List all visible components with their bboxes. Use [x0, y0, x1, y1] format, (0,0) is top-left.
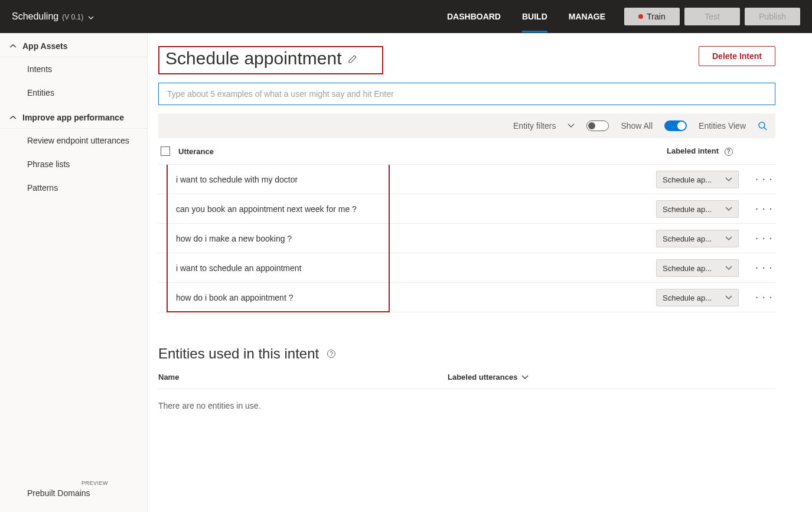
sidebar-item-patterns[interactable]: Patterns [0, 176, 147, 200]
edit-icon[interactable] [348, 53, 358, 64]
status-dot-icon [638, 14, 643, 19]
train-label: Train [647, 12, 665, 21]
chevron-down-icon [725, 177, 732, 182]
sidebar-section-app-assets[interactable]: App Assets [0, 33, 147, 57]
chevron-down-icon [725, 266, 732, 270]
chevron-down-icon [725, 295, 732, 300]
page-title: Schedule appointment [165, 48, 342, 69]
entities-table-header: Name Labeled utterances [158, 362, 775, 389]
intent-dropdown[interactable]: Schedule ap... [656, 259, 739, 277]
sidebar-item-phrase-lists[interactable]: Phrase lists [0, 152, 147, 176]
more-icon[interactable]: · · · [756, 234, 773, 243]
search-icon[interactable] [758, 121, 767, 131]
app-selector[interactable]: Scheduling (V 0.1) [12, 11, 94, 22]
tab-build[interactable]: BUILD [522, 1, 547, 32]
svg-point-0 [759, 122, 765, 128]
publish-button[interactable]: Publish [745, 8, 800, 25]
app-title: Scheduling [12, 11, 58, 22]
intent-dropdown[interactable]: Schedule ap... [656, 289, 739, 306]
tab-dashboard[interactable]: DASHBOARD [447, 1, 501, 32]
entities-view-toggle[interactable] [664, 120, 687, 131]
intent-dropdown-label: Schedule ap... [663, 205, 712, 214]
more-icon[interactable]: · · · [756, 293, 773, 302]
sidebar-item-prebuilt-domains[interactable]: PREVIEW Prebuilt Domains [0, 480, 147, 512]
chevron-up-icon [9, 115, 17, 120]
chevron-down-icon [88, 16, 94, 19]
show-all-label: Show All [621, 121, 653, 131]
title-highlight-box: Schedule appointment [158, 46, 383, 74]
chevron-up-icon [9, 44, 17, 48]
column-labeled-utterances[interactable]: Labeled utterances [448, 373, 529, 381]
column-name: Name [158, 373, 448, 381]
utterance-list: i want to schedule with my doctor Schedu… [158, 165, 775, 312]
entity-filters-label: Entity filters [513, 121, 556, 131]
intent-dropdown[interactable]: Schedule ap... [656, 200, 739, 218]
intent-dropdown[interactable]: Schedule ap... [656, 171, 739, 188]
entities-empty-message: There are no entities in use. [158, 389, 775, 422]
main-content: Schedule appointment Delete Intent Entit… [148, 33, 812, 512]
sidebar-item-entities[interactable]: Entities [0, 81, 147, 105]
test-button[interactable]: Test [684, 8, 740, 25]
chevron-down-icon [521, 375, 529, 380]
chevron-down-icon [725, 236, 732, 241]
sidebar: App Assets Intents Entities Improve app … [0, 33, 148, 512]
top-bar: Scheduling (V 0.1) DASHBOARD BUILD MANAG… [0, 0, 812, 33]
select-all-checkbox[interactable] [161, 146, 170, 156]
chevron-down-icon [725, 207, 732, 211]
filter-bar: Entity filters Show All Entities View [158, 113, 775, 138]
help-icon[interactable]: ? [725, 148, 733, 156]
entities-view-label: Entities View [699, 121, 746, 131]
utterance-input[interactable] [158, 83, 775, 105]
tab-manage[interactable]: MANAGE [569, 1, 605, 32]
column-utterance: Utterance [178, 147, 667, 156]
intent-dropdown[interactable]: Schedule ap... [656, 230, 739, 247]
help-icon[interactable]: ? [327, 350, 335, 358]
top-tabs: DASHBOARD BUILD MANAGE [447, 1, 605, 32]
more-icon[interactable]: · · · [756, 204, 773, 214]
train-button[interactable]: Train [624, 8, 680, 25]
entities-section-title: Entities used in this intent ? [158, 345, 775, 362]
app-version: (V 0.1) [62, 13, 83, 21]
intent-dropdown-label: Schedule ap... [663, 293, 712, 302]
intent-dropdown-label: Schedule ap... [663, 234, 712, 243]
sidebar-section-improve[interactable]: Improve app performance [0, 105, 147, 129]
sidebar-item-intents[interactable]: Intents [0, 57, 147, 81]
preview-badge: PREVIEW [81, 480, 108, 486]
delete-intent-button[interactable]: Delete Intent [699, 46, 775, 66]
chevron-down-icon[interactable] [568, 123, 575, 128]
more-icon[interactable]: · · · [756, 175, 773, 184]
utterance-table-header: Utterance Labeled intent ? [158, 138, 775, 165]
show-all-toggle[interactable] [586, 120, 609, 131]
intent-dropdown-label: Schedule ap... [663, 175, 712, 184]
column-labeled-intent: Labeled intent ? [667, 146, 773, 156]
intent-dropdown-label: Schedule ap... [663, 264, 712, 273]
more-icon[interactable]: · · · [756, 263, 773, 273]
sidebar-item-review[interactable]: Review endpoint utterances [0, 129, 147, 152]
